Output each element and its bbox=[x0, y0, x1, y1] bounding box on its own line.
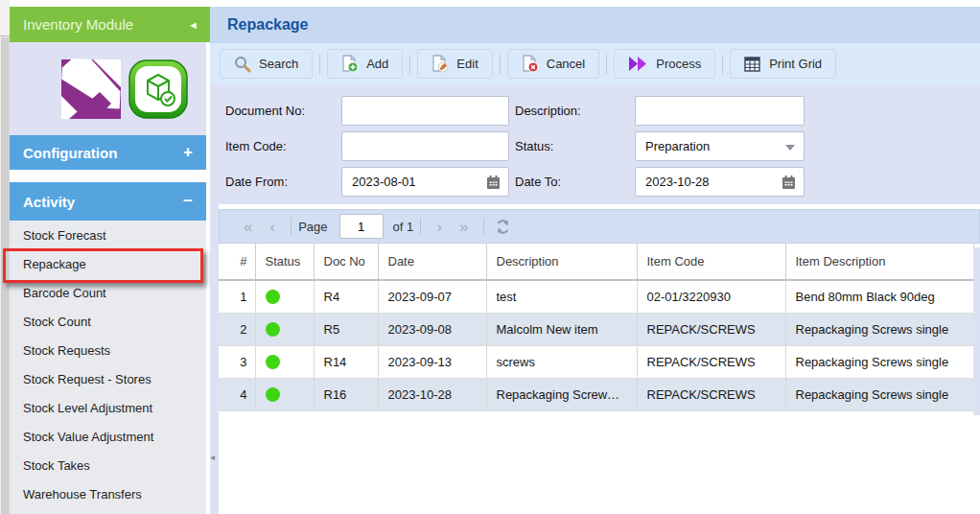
table-row[interactable]: 3 R14 2023-09-13 screws REPACK/SCREWS Re… bbox=[219, 345, 973, 378]
sidebar-item-stock-level-adjustment[interactable]: Stock Level Adjustment bbox=[10, 393, 206, 422]
toolbar-divider bbox=[319, 55, 320, 74]
activity-menu: Stock Forecast Repackage Barcode Count S… bbox=[10, 221, 206, 514]
description-cell: test bbox=[486, 280, 637, 313]
edit-button[interactable]: Edit bbox=[417, 49, 492, 79]
panel-splitter[interactable]: ◂ bbox=[210, 84, 219, 514]
sidebar-item-stock-requests[interactable]: Stock Requests bbox=[10, 336, 206, 364]
sidebar-item-stock-value-adjustment[interactable]: Stock Value Adjustment bbox=[10, 422, 206, 451]
scrollbar-button[interactable] bbox=[0, 0, 10, 36]
item-code-cell: REPACK/SCREWS bbox=[637, 313, 785, 345]
cancel-document-icon bbox=[522, 55, 539, 73]
expand-plus-icon[interactable]: + bbox=[183, 143, 193, 162]
status-value: Preparation bbox=[645, 139, 710, 153]
item-description-cell: Repackaging Screws single bbox=[785, 378, 973, 410]
sidebar-item-stock-takes[interactable]: Stock Takes bbox=[10, 451, 206, 479]
date-from-value: 2023-08-01 bbox=[352, 175, 416, 189]
first-page-button[interactable]: « bbox=[235, 219, 261, 235]
section-label: Configuration bbox=[23, 145, 117, 161]
item-description-cell: Repackaging Screws single bbox=[785, 313, 973, 345]
process-fast-forward-icon bbox=[628, 57, 648, 71]
add-button[interactable]: Add bbox=[327, 49, 403, 79]
description-label: Description: bbox=[515, 104, 635, 118]
search-button[interactable]: Search bbox=[220, 49, 313, 79]
page-count-label: of 1 bbox=[393, 220, 414, 234]
date-from-input[interactable]: 2023-08-01 bbox=[341, 167, 509, 197]
document-no-label: Document No: bbox=[225, 104, 341, 118]
row-number: 4 bbox=[219, 378, 255, 410]
date-to-input[interactable]: 2023-10-28 bbox=[635, 167, 805, 197]
grid-right-margin bbox=[973, 247, 980, 415]
calendar-icon[interactable] bbox=[781, 175, 797, 191]
col-item-description[interactable]: Item Description bbox=[785, 244, 973, 280]
table-row[interactable]: 1 R4 2023-09-07 test 02-01/3220930 Bend … bbox=[219, 280, 973, 313]
search-icon bbox=[234, 56, 251, 73]
date-cell: 2023-10-28 bbox=[378, 378, 486, 410]
item-code-cell: 02-01/3220930 bbox=[637, 280, 785, 313]
window-scrollbar[interactable] bbox=[0, 0, 10, 514]
splitter-collapse-icon[interactable]: ◂ bbox=[210, 452, 215, 462]
doc-no-cell: R4 bbox=[314, 280, 378, 313]
status-green-icon bbox=[266, 387, 280, 402]
description-cell: screws bbox=[486, 345, 637, 378]
page-label: Page bbox=[298, 220, 327, 234]
chevron-down-icon bbox=[785, 145, 795, 151]
table-row[interactable]: 2 R5 2023-09-08 Malcolm New item REPACK/… bbox=[219, 313, 973, 345]
last-page-button[interactable]: » bbox=[451, 219, 477, 235]
print-grid-icon bbox=[744, 57, 761, 72]
item-code-label: Item Code: bbox=[225, 139, 341, 153]
row-number: 1 bbox=[219, 280, 255, 313]
cancel-button[interactable]: Cancel bbox=[507, 49, 599, 79]
prev-page-button[interactable]: ‹ bbox=[261, 219, 284, 235]
toolbar: Search Add Edit bbox=[210, 43, 980, 84]
table-row[interactable]: 4 R16 2023-10-28 Repackaging Screw… REPA… bbox=[219, 378, 973, 410]
pagination-divider bbox=[420, 218, 421, 235]
status-green-icon bbox=[266, 290, 280, 304]
sidebar-item-barcode-count[interactable]: Barcode Count bbox=[10, 278, 206, 307]
status-select[interactable]: Preparation bbox=[635, 131, 805, 161]
description-input[interactable] bbox=[635, 96, 805, 126]
pagination-bar: « ‹ Page of 1 › » bbox=[219, 209, 980, 244]
sidebar-item-stock-forecast[interactable]: Stock Forecast bbox=[10, 221, 206, 249]
sidebar-item-repackage[interactable]: Repackage bbox=[10, 249, 206, 278]
sidebar-header[interactable]: Inventory Module ◄ bbox=[10, 7, 210, 42]
process-button[interactable]: Process bbox=[614, 49, 715, 79]
sidebar-section-configuration[interactable]: Configuration + bbox=[10, 135, 206, 170]
item-code-input[interactable] bbox=[341, 131, 509, 161]
document-no-input[interactable] bbox=[341, 96, 509, 126]
module-title: Inventory Module bbox=[23, 16, 133, 33]
status-green-icon bbox=[266, 355, 280, 369]
sidebar-section-activity[interactable]: Activity − bbox=[10, 182, 206, 221]
row-number: 2 bbox=[219, 313, 255, 345]
inventory-module-icon[interactable] bbox=[128, 59, 188, 119]
col-date[interactable]: Date bbox=[378, 244, 486, 280]
page-number-input[interactable] bbox=[339, 214, 384, 239]
toolbar-divider bbox=[500, 55, 501, 74]
calendar-icon[interactable] bbox=[485, 175, 502, 191]
table-header-row: # Status Doc No Date Description Item Co… bbox=[219, 244, 973, 280]
sidebar-collapse-icon[interactable]: ◄ bbox=[188, 19, 198, 31]
button-label: Process bbox=[656, 57, 701, 71]
col-num[interactable]: # bbox=[219, 244, 255, 280]
collapse-minus-icon[interactable]: − bbox=[183, 192, 193, 211]
company-logo bbox=[61, 58, 121, 121]
scrollbar-thumb[interactable] bbox=[1, 37, 9, 514]
date-cell: 2023-09-13 bbox=[378, 345, 486, 378]
item-code-cell: REPACK/SCREWS bbox=[637, 345, 785, 378]
row-number: 3 bbox=[219, 345, 255, 378]
col-description[interactable]: Description bbox=[486, 244, 637, 280]
app-window: Inventory Module ◄ bbox=[0, 0, 980, 514]
sidebar-item-stock-count[interactable]: Stock Count bbox=[10, 307, 206, 336]
refresh-button[interactable] bbox=[495, 219, 511, 235]
date-from-label: Date From: bbox=[225, 175, 341, 189]
col-item-code[interactable]: Item Code bbox=[637, 244, 785, 280]
next-page-button[interactable]: › bbox=[428, 219, 451, 235]
print-grid-button[interactable]: Print Grid bbox=[730, 49, 836, 79]
col-status[interactable]: Status bbox=[255, 244, 314, 280]
sidebar-item-warehouse-transfers[interactable]: Warehouse Transfers bbox=[10, 479, 206, 508]
repackage-table: # Status Doc No Date Description Item Co… bbox=[219, 244, 974, 411]
toolbar-divider bbox=[409, 55, 410, 74]
col-doc-no[interactable]: Doc No bbox=[314, 244, 378, 280]
section-label: Activity bbox=[23, 194, 75, 210]
date-to-value: 2023-10-28 bbox=[645, 175, 710, 189]
sidebar-item-stock-request-stores[interactable]: Stock Request - Stores bbox=[10, 364, 206, 393]
